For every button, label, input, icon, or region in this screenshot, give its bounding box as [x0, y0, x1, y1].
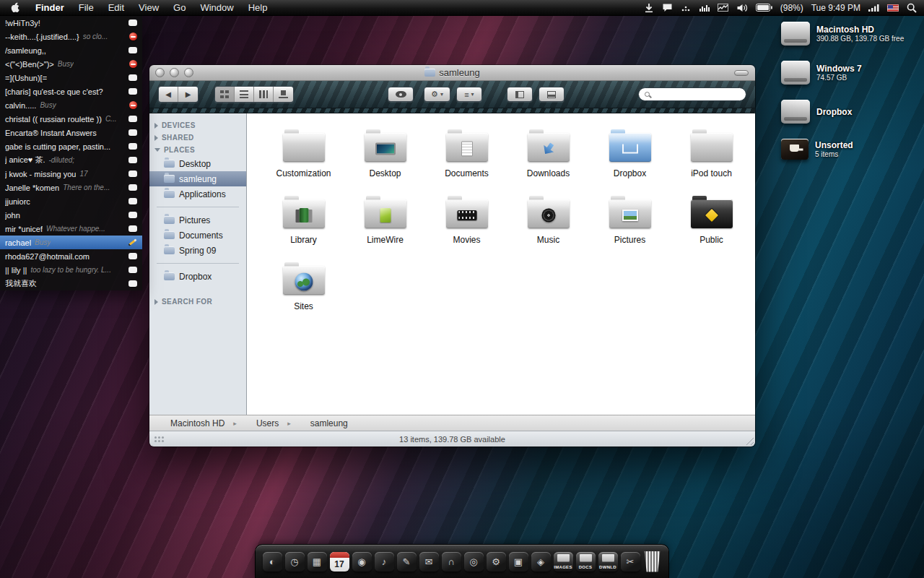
finder-item[interactable]: Desktop	[344, 129, 426, 178]
toolbar-toggle-pill[interactable]	[734, 70, 749, 76]
cpu-graph-icon[interactable]	[699, 4, 710, 12]
dock-item[interactable]: ▣	[509, 552, 528, 571]
finder-item[interactable]: Customization	[263, 129, 344, 178]
sidebar-section-devices[interactable]: DEVICES	[149, 119, 246, 131]
battery-percent-label[interactable]: (98%)	[780, 3, 803, 13]
buddy-list-item[interactable]: Janelle *komen There on the...	[0, 181, 142, 194]
spotlight-icon[interactable]	[907, 3, 917, 13]
minimize-button[interactable]	[170, 68, 179, 77]
finder-item[interactable]: Music	[507, 196, 589, 245]
buddy-list-item[interactable]: j kwok - missing you 17	[0, 167, 142, 181]
dock-item[interactable]: ✎	[397, 552, 417, 571]
path-bar-segment[interactable]: Macintosh HD ▸	[156, 418, 242, 428]
buddy-list-item[interactable]: christal (( russian roulette )) C...	[0, 112, 142, 126]
dock-item[interactable]: ∩	[442, 552, 461, 571]
buddy-list-item[interactable]: [charis] qu'est-ce que c'est?	[0, 85, 142, 98]
apple-menu-icon[interactable]	[10, 2, 19, 13]
finder-item[interactable]: Documents	[426, 129, 507, 178]
dock-item[interactable]: ◉	[352, 552, 372, 571]
sidebar-toggle-button[interactable]	[507, 87, 533, 102]
sidebar-section-search-for[interactable]: SEARCH FOR	[149, 296, 246, 308]
download-icon[interactable]	[644, 3, 654, 13]
resize-grip[interactable]	[744, 436, 754, 445]
window-title-bar[interactable]: samleung	[149, 65, 755, 81]
menu-bar-item[interactable]: File	[71, 0, 101, 16]
buddy-list-item[interactable]: || lily || too lazy to be hungry. L...	[0, 263, 142, 277]
dock-item[interactable]: ♪	[375, 552, 394, 571]
menu-bar-item[interactable]: Go	[166, 0, 193, 16]
dock-item[interactable]: ▦	[308, 552, 327, 571]
sidebar-item[interactable]: Desktop	[149, 156, 246, 171]
chat-bubble-icon[interactable]	[662, 3, 673, 12]
buddy-list-item[interactable]: rachael Busy	[0, 236, 142, 249]
buddy-list-item[interactable]: rhoda627@hotmail.com	[0, 249, 142, 263]
view-list-button[interactable]	[235, 87, 254, 102]
buddy-list-item[interactable]: --keith....{.justified....} so clo...	[0, 30, 142, 43]
disclosure-triangle-icon[interactable]	[154, 135, 158, 141]
us-flag-input-icon[interactable]	[887, 4, 899, 12]
sidebar-item[interactable]: Spring 09	[149, 243, 246, 258]
signal-bars-icon[interactable]	[868, 4, 879, 12]
buddy-list-item[interactable]: !wHiTn3y!	[0, 16, 142, 30]
finder-item[interactable]: iPod touch	[671, 129, 752, 178]
dock-item[interactable]: ◎	[464, 552, 484, 571]
finder-item[interactable]: Movies	[426, 196, 507, 245]
back-button[interactable]: ◀	[159, 87, 178, 102]
sidebar-item[interactable]: samleung	[149, 171, 246, 186]
quick-look-button[interactable]	[388, 87, 414, 102]
dock-item[interactable]: ◐	[263, 552, 282, 571]
dock-item[interactable]	[643, 551, 662, 572]
desktop-icon[interactable]: Unsorted 5 items	[781, 139, 922, 160]
close-button[interactable]	[155, 68, 165, 77]
buddy-list-item[interactable]: john	[0, 208, 142, 222]
finder-item[interactable]: Library	[263, 196, 344, 245]
finder-item[interactable]: Sites	[263, 262, 344, 311]
dock-item[interactable]: DOCS	[576, 552, 596, 571]
sidebar-item[interactable]: Documents	[149, 228, 246, 243]
dock-item[interactable]: DWNLD	[598, 552, 618, 571]
buddy-list-item[interactable]: <("<)Ben(>")> Busy	[0, 57, 142, 71]
preview-panel-button[interactable]	[539, 87, 565, 102]
path-bar-segment[interactable]: samleung ▸	[296, 418, 348, 428]
buddy-list-item[interactable]: Encarta® Instant Answers	[0, 126, 142, 139]
arrange-button[interactable]: ≡ ▾	[456, 87, 482, 102]
sidebar-item[interactable]: Pictures	[149, 212, 246, 228]
dock-item[interactable]: ✂	[621, 552, 640, 571]
disclosure-triangle-icon[interactable]	[154, 148, 160, 152]
finder-content-area[interactable]: Customization Desktop Documents Download…	[247, 113, 755, 415]
desktop-icon[interactable]: Dropbox	[781, 100, 922, 124]
battery-icon[interactable]	[756, 4, 772, 12]
finder-item[interactable]: LimeWire	[344, 196, 426, 245]
finder-item[interactable]: Downloads	[507, 129, 589, 178]
sidebar-section-shared[interactable]: SHARED	[149, 131, 246, 144]
buddy-list-item[interactable]: gabe is cutting paper, pastin...	[0, 139, 142, 153]
sidebar-section-places[interactable]: PLACES	[149, 144, 246, 156]
buddy-list-item[interactable]: jjuniorc	[0, 194, 142, 208]
menu-bar-item[interactable]: View	[131, 0, 166, 16]
dock-item[interactable]: ⚙	[487, 552, 506, 571]
desktop-icon[interactable]: Windows 7 74.57 GB	[781, 61, 922, 85]
buddy-list-item[interactable]: 我就喜欢	[0, 277, 142, 290]
menu-bar-item[interactable]: Edit	[101, 0, 131, 16]
menu-bar-item[interactable]: Help	[241, 0, 275, 16]
network-graph-icon[interactable]	[718, 4, 728, 12]
search-field[interactable]	[638, 87, 746, 101]
sidebar-item[interactable]: Applications	[149, 186, 246, 202]
disclosure-triangle-icon[interactable]	[154, 123, 158, 129]
action-gear-button[interactable]: ⚙ ▾	[424, 87, 450, 102]
zoom-button[interactable]	[184, 68, 193, 77]
menu-bar-item[interactable]: Finder	[28, 0, 71, 16]
buddy-list-item[interactable]: calvin..... Busy	[0, 98, 142, 112]
buddy-list-item[interactable]: j anice♥ 茶. -diluted;	[0, 153, 142, 167]
view-coverflow-button[interactable]	[274, 87, 293, 102]
dock-item[interactable]: 17	[330, 552, 349, 571]
dock-item[interactable]: ✉	[419, 552, 439, 571]
disclosure-triangle-icon[interactable]	[154, 299, 158, 305]
buddy-list-item[interactable]: =](Ushun)[=	[0, 71, 142, 85]
finder-item[interactable]: Pictures	[589, 196, 671, 245]
menu-bar-clock[interactable]: Tue 9:49 PM	[811, 3, 860, 13]
dock-item[interactable]: IMAGES	[554, 552, 573, 571]
scanning-dots-icon[interactable]	[681, 4, 691, 12]
forward-button[interactable]: ▶	[178, 87, 198, 102]
path-bar-segment[interactable]: Users ▸	[242, 418, 296, 428]
